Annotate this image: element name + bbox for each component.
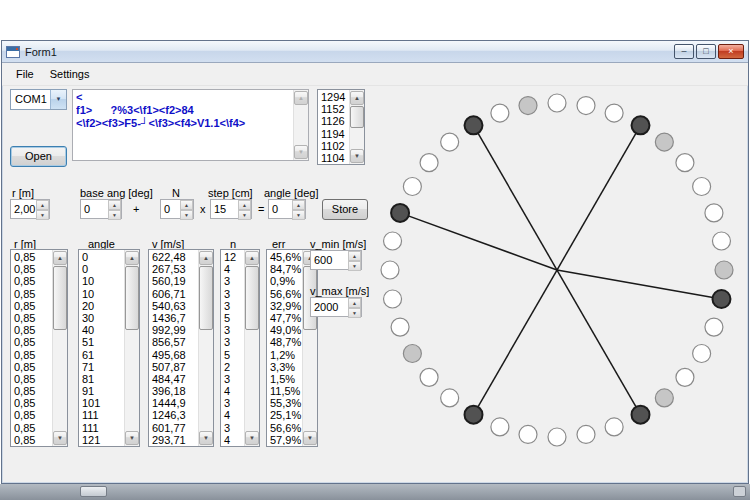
form1-window: Form1 – □ × File Settings COM1 ▼ <f1> ?%… bbox=[1, 40, 749, 484]
scroll-right-button[interactable] bbox=[733, 486, 746, 497]
ring-dot[interactable] bbox=[577, 425, 595, 443]
ring-dot[interactable] bbox=[519, 97, 537, 115]
ring-dot[interactable] bbox=[715, 261, 733, 279]
ring-dot[interactable] bbox=[712, 290, 730, 308]
ring-dot[interactable] bbox=[705, 204, 723, 222]
ring-dot[interactable] bbox=[712, 232, 730, 250]
ring-dot[interactable] bbox=[693, 345, 711, 363]
spoke-line bbox=[557, 270, 721, 299]
spoke-line bbox=[557, 125, 641, 270]
ring-dot[interactable] bbox=[676, 368, 694, 386]
ring-dot[interactable] bbox=[403, 178, 421, 196]
ring-dot[interactable] bbox=[548, 94, 566, 112]
ring-dot[interactable] bbox=[632, 116, 650, 134]
ring-dot[interactable] bbox=[519, 425, 537, 443]
ring-dot[interactable] bbox=[420, 154, 438, 172]
ring-dot[interactable] bbox=[441, 133, 459, 151]
ring-dot[interactable] bbox=[441, 389, 459, 407]
ring-dot[interactable] bbox=[465, 406, 483, 424]
ring-dot[interactable] bbox=[381, 261, 399, 279]
polar-plot bbox=[2, 41, 750, 483]
ring-dot[interactable] bbox=[391, 204, 409, 222]
ring-dot[interactable] bbox=[693, 178, 711, 196]
ring-dot[interactable] bbox=[491, 418, 509, 436]
ring-dot[interactable] bbox=[705, 318, 723, 336]
scrollbar-thumb[interactable] bbox=[80, 486, 107, 497]
ring-dot[interactable] bbox=[465, 116, 483, 134]
ring-dot[interactable] bbox=[384, 290, 402, 308]
ring-dot[interactable] bbox=[577, 97, 595, 115]
ring-dot[interactable] bbox=[403, 345, 421, 363]
ring-dot[interactable] bbox=[655, 389, 673, 407]
spoke-line bbox=[474, 270, 558, 415]
bottom-scrollbar[interactable] bbox=[0, 484, 750, 500]
spoke-line bbox=[400, 213, 557, 270]
ring-dot[interactable] bbox=[605, 104, 623, 122]
ring-dot[interactable] bbox=[384, 232, 402, 250]
spoke-line bbox=[557, 270, 641, 415]
ring-dot[interactable] bbox=[632, 406, 650, 424]
ring-dot[interactable] bbox=[676, 154, 694, 172]
ring-dot[interactable] bbox=[548, 428, 566, 446]
ring-dot[interactable] bbox=[491, 104, 509, 122]
ring-dot[interactable] bbox=[605, 418, 623, 436]
ring-dot[interactable] bbox=[420, 368, 438, 386]
ring-dot[interactable] bbox=[391, 318, 409, 336]
ring-dot[interactable] bbox=[655, 133, 673, 151]
desktop: Form1 – □ × File Settings COM1 ▼ <f1> ?%… bbox=[0, 0, 750, 500]
spoke-line bbox=[474, 125, 558, 270]
